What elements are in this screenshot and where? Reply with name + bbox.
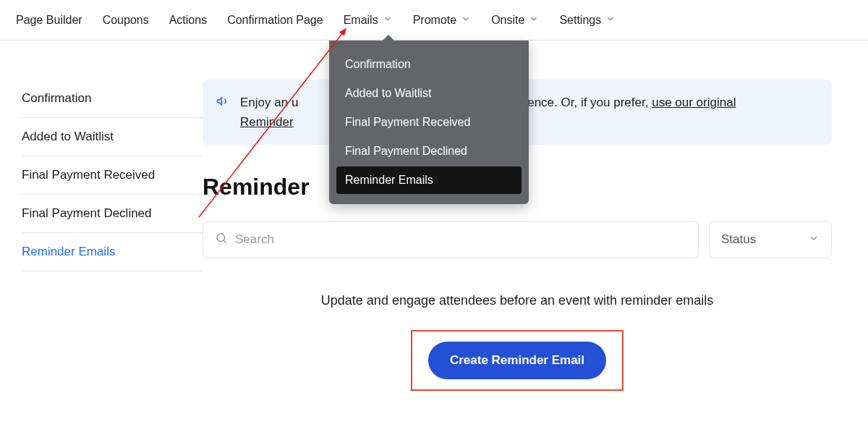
nav-confirmation-page[interactable]: Confirmation Page: [217, 0, 333, 41]
sidebar-item-label: Reminder Emails: [22, 245, 115, 258]
search-input[interactable]: [235, 232, 686, 247]
main-content: Enjoy an uxperience. Or, if you prefer, …: [203, 80, 868, 391]
nav-actions[interactable]: Actions: [159, 0, 217, 41]
dropdown-item-label: Final Payment Declined: [345, 145, 467, 157]
svg-line-1: [224, 241, 226, 243]
create-reminder-email-button[interactable]: Create Reminder Email: [428, 342, 606, 379]
banner-prefix: Enjoy an u: [240, 96, 298, 109]
empty-state-message: Update and engage attendees before an ev…: [203, 293, 832, 308]
sidebar-item-label: Final Payment Received: [22, 168, 155, 182]
dropdown-item-final-payment-declined[interactable]: Final Payment Declined: [336, 138, 522, 165]
nav-onsite[interactable]: Onsite: [481, 0, 549, 41]
dropdown-item-final-payment-received[interactable]: Final Payment Received: [336, 109, 522, 136]
dropdown-item-label: Reminder Emails: [345, 174, 433, 186]
chevron-down-icon: [461, 14, 471, 27]
sidebar-item-reminder-emails[interactable]: Reminder Emails: [22, 233, 203, 271]
dropdown-item-label: Confirmation: [345, 58, 411, 70]
chevron-down-icon: [383, 14, 393, 27]
nav-settings[interactable]: Settings: [549, 0, 626, 41]
sidebar: Confirmation Added to Waitlist Final Pay…: [0, 80, 203, 391]
chevron-down-icon: [605, 14, 616, 27]
status-label: Status: [721, 232, 756, 247]
dropdown-item-confirmation[interactable]: Confirmation: [336, 51, 522, 78]
chevron-down-icon: [808, 232, 820, 248]
sidebar-item-label: Confirmation: [22, 91, 91, 105]
chevron-down-icon: [529, 14, 539, 27]
cta-label: Create Reminder Email: [450, 353, 584, 368]
search-icon: [215, 232, 228, 248]
nav-coupons[interactable]: Coupons: [93, 0, 159, 41]
empty-state: Update and engage attendees before an ev…: [203, 293, 832, 391]
sidebar-item-confirmation[interactable]: Confirmation: [22, 80, 203, 118]
svg-point-0: [217, 234, 225, 242]
nav-label: Settings: [559, 14, 601, 27]
nav-label: Emails: [344, 14, 378, 27]
dropdown-item-added-to-waitlist[interactable]: Added to Waitlist: [336, 80, 522, 107]
sidebar-item-label: Final Payment Declined: [22, 206, 152, 220]
nav-label: Confirmation Page: [227, 14, 323, 27]
megaphone-icon: [216, 94, 230, 111]
status-select[interactable]: Status: [709, 221, 832, 258]
nav-page-builder[interactable]: Page Builder: [6, 0, 93, 41]
dropdown-item-label: Added to Waitlist: [345, 87, 431, 99]
banner-link[interactable]: use our original: [652, 96, 736, 109]
sidebar-item-label: Added to Waitlist: [22, 130, 114, 143]
dropdown-item-reminder-emails[interactable]: Reminder Emails: [336, 166, 522, 194]
nav-label: Promote: [413, 14, 456, 27]
nav-label: Page Builder: [16, 14, 82, 27]
nav-label: Onsite: [491, 14, 524, 27]
nav-label: Coupons: [103, 14, 149, 27]
dropdown-item-label: Final Payment Received: [345, 116, 470, 128]
nav-label: Actions: [169, 14, 207, 27]
toolbar: Status: [203, 221, 832, 258]
sidebar-item-added-to-waitlist[interactable]: Added to Waitlist: [22, 118, 203, 156]
banner-second-line[interactable]: Reminder: [240, 115, 294, 129]
search-field-wrap[interactable]: [203, 221, 699, 258]
sidebar-item-final-payment-declined[interactable]: Final Payment Declined: [22, 195, 203, 233]
emails-dropdown: Confirmation Added to Waitlist Final Pay…: [329, 41, 529, 204]
cta-highlight-box: Create Reminder Email: [411, 330, 624, 391]
sidebar-item-final-payment-received[interactable]: Final Payment Received: [22, 156, 203, 195]
top-nav: Page Builder Coupons Actions Confirmatio…: [0, 0, 868, 41]
nav-promote[interactable]: Promote: [403, 0, 481, 41]
